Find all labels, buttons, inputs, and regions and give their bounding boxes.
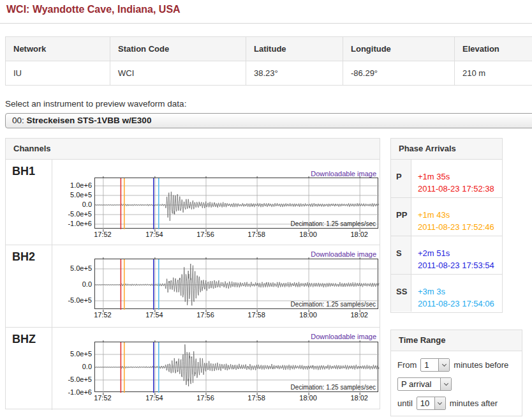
waveform-plot: Decimation: 1.25 samples/sec: [94, 178, 378, 229]
x-tick-label: 17:54: [145, 311, 163, 319]
phase-times: +1m 35s2011-08-23 17:52:38: [411, 160, 494, 197]
chevron-down-icon: [438, 359, 449, 371]
phase-name: SS: [391, 275, 411, 312]
x-tick-label: 18:02: [350, 311, 368, 319]
station-table-data-row: IU WCI 38.23° -86.29° 210 m: [6, 61, 532, 86]
header-longitude: Longitude: [343, 37, 455, 61]
cell-network: IU: [6, 61, 110, 86]
phase-offset: +3m 3s: [418, 285, 494, 298]
cell-station-code: WCI: [110, 61, 246, 86]
channel-label: BH1: [6, 160, 52, 245]
phase-datetime: 2011-08-23 17:52:38: [418, 183, 494, 195]
downloadable-image-link[interactable]: Downloadable image: [311, 170, 376, 178]
channels-body: BH1Downloadable imageDecimation: 1.25 sa…: [6, 160, 380, 410]
phase-datetime: 2011-08-23 17:53:54: [418, 259, 494, 271]
minutes-before-value: 1: [421, 359, 438, 371]
phase-select-value: P arrival: [398, 378, 440, 390]
instrument-selected-name: Streckeisen STS-1VBB w/E300: [27, 116, 152, 125]
phase-select[interactable]: P arrival: [397, 377, 452, 391]
x-tick-label: 17:52: [94, 231, 112, 238]
decimation-label: Decimation: 1.25 samples/sec: [291, 301, 376, 308]
station-info-table: Network Station Code Latitude Longitude …: [5, 36, 532, 86]
y-tick-label: 0.0: [50, 201, 92, 208]
time-range-body: From 1 minutes before P arrival until 10: [391, 351, 522, 410]
phase-offset: +2m 51s: [418, 247, 494, 259]
phase-arrival-row-p: P+1m 35s2011-08-23 17:52:38: [391, 160, 502, 198]
phase-row: P arrival: [397, 377, 522, 391]
minutes-after-value: 10: [417, 397, 434, 409]
x-tick-label: 17:52: [94, 311, 112, 319]
cell-elevation: 210 m: [455, 61, 532, 86]
phase-arrivals-title: Phase Arrivals: [391, 139, 502, 160]
station-table-header-row: Network Station Code Latitude Longitude …: [6, 37, 532, 61]
decimation-label: Decimation: 1.25 samples/sec: [291, 220, 376, 227]
x-tick-label: 17:56: [196, 311, 214, 319]
waveform-plot: Decimation: 1.25 samples/sec: [94, 259, 378, 309]
phase-arrivals-body: P+1m 35s2011-08-23 17:52:38PP+1m 43s2011…: [391, 160, 502, 312]
x-tick-label: 18:00: [299, 394, 317, 402]
downloadable-image-link[interactable]: Downloadable image: [311, 333, 376, 340]
y-tick-label: 1.0e+6: [50, 181, 92, 189]
station-page: WCI: Wyandotte Cave, Indiana, USA Networ…: [0, 0, 532, 417]
x-tick-label: 18:00: [299, 311, 317, 319]
instrument-selected-prefix: 00:: [12, 116, 24, 125]
y-tick-label: -1.0e+6: [50, 220, 92, 227]
x-tick-label: 17:52: [94, 394, 112, 402]
phase-name: P: [391, 160, 411, 197]
y-tick-label: 5.0e+5: [50, 264, 92, 272]
phase-offset: +1m 43s: [418, 209, 494, 221]
y-tick-label: 0.0: [50, 363, 92, 370]
phase-datetime: 2011-08-23 17:52:46: [418, 221, 494, 233]
y-tick-label: -5.0e+5: [50, 296, 92, 304]
instrument-select[interactable]: 00: Streckeisen STS-1VBB w/E300: [5, 113, 532, 128]
header-station-code: Station Code: [110, 37, 246, 61]
time-range-panel: Time Range From 1 minutes before P arriv…: [390, 330, 522, 416]
header-elevation: Elevation: [455, 37, 532, 61]
phase-datetime: 2011-08-23 17:54:06: [418, 298, 494, 310]
header-network: Network: [6, 37, 110, 61]
downloadable-image-link[interactable]: Downloadable image: [311, 250, 376, 258]
y-tick-label: 5.0e+5: [50, 191, 92, 199]
phase-arrival-row-ss: SS+3m 3s2011-08-23 17:54:06: [391, 275, 502, 312]
chevron-down-icon: [434, 397, 445, 409]
channel-row-bh2: BH2Downloadable imageDecimation: 1.25 sa…: [6, 245, 380, 328]
chevron-down-icon: [440, 378, 451, 390]
x-tick-label: 17:58: [248, 311, 265, 319]
x-tick-label: 17:54: [145, 394, 163, 402]
y-tick-label: -5.0e+5: [50, 375, 92, 383]
phase-name: PP: [391, 198, 411, 236]
y-tick-label: -1.0e+6: [50, 388, 92, 396]
page-title: WCI: Wyandotte Cave, Indiana, USA: [6, 4, 181, 15]
waveform-plot: Decimation: 1.25 samples/sec: [94, 342, 378, 392]
phase-arrivals-panel: Phase Arrivals P+1m 35s2011-08-23 17:52:…: [390, 138, 503, 313]
x-tick-label: 17:56: [196, 394, 214, 402]
phase-arrival-row-s: S+2m 51s2011-08-23 17:53:54: [391, 236, 502, 275]
x-tick-label: 18:02: [350, 394, 368, 402]
before-label: minutes before: [454, 360, 508, 370]
phase-offset: +1m 35s: [418, 171, 494, 183]
x-tick-label: 17:58: [248, 394, 265, 402]
minutes-after-select[interactable]: 10: [417, 397, 446, 410]
channels-panel-title: Channels: [6, 139, 380, 160]
time-range-title: Time Range: [391, 330, 522, 351]
channels-panel: Channels BH1Downloadable imageDecimation…: [5, 138, 380, 409]
y-tick-label: 0.0: [50, 280, 92, 288]
after-label: minutes after: [450, 398, 498, 408]
cell-longitude: -86.29°: [343, 61, 455, 86]
from-row: From 1 minutes before: [397, 358, 522, 372]
phase-times: +3m 3s2011-08-23 17:54:06: [411, 275, 494, 312]
channel-row-bhz: BHZDownloadable imageDecimation: 1.25 sa…: [6, 328, 380, 410]
phase-arrival-row-pp: PP+1m 43s2011-08-23 17:52:46: [391, 198, 502, 236]
minutes-before-select[interactable]: 1: [420, 358, 450, 372]
x-tick-label: 18:00: [299, 231, 317, 238]
y-tick-label: -5.0e+5: [50, 210, 92, 218]
phase-times: +1m 43s2011-08-23 17:52:46: [411, 198, 494, 236]
instrument-select-label: Select an instrument to preview waveform…: [5, 99, 186, 109]
x-tick-label: 17:56: [196, 231, 214, 238]
channel-label: BHZ: [6, 328, 52, 410]
until-label: until: [397, 398, 413, 408]
channel-label: BH2: [6, 245, 52, 327]
title-divider: [0, 23, 532, 24]
header-latitude: Latitude: [246, 37, 343, 61]
x-tick-label: 17:58: [248, 231, 265, 238]
